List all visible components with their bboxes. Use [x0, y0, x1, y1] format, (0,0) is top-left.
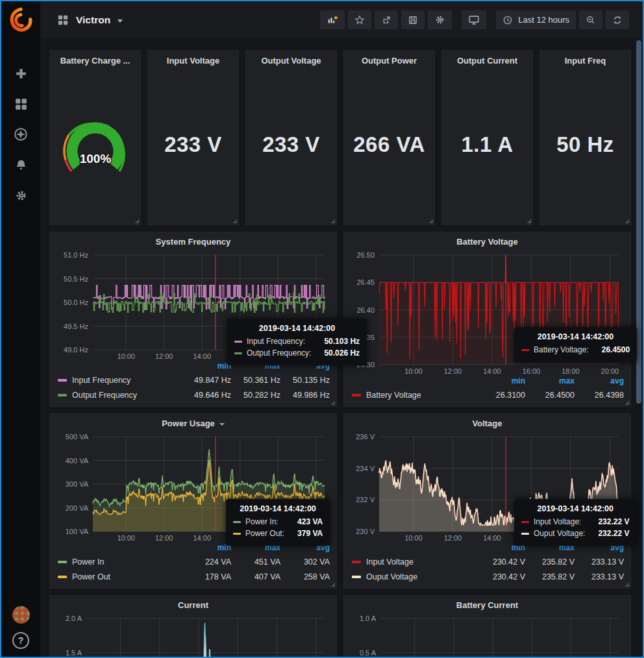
series-name[interactable]: Output Frequency	[72, 391, 182, 400]
battery-current-chart[interactable]: 10:0012:0014:0016:0018:0020:001.0 A0.5 A	[351, 615, 624, 658]
series-swatch[interactable]	[58, 576, 67, 578]
series-name[interactable]: Battery Voltage	[366, 391, 476, 400]
panel-title[interactable]: Output Voltage	[250, 56, 332, 70]
legend-sort-min[interactable]: min	[182, 361, 231, 372]
tooltip-label: Battery Voltage:	[534, 345, 589, 354]
user-avatar[interactable]	[12, 606, 30, 624]
panel-title[interactable]: Output Current	[446, 56, 528, 70]
help-icon[interactable]: ?	[12, 632, 29, 649]
series-name[interactable]: Input Voltage	[366, 557, 476, 567]
add-panel-button[interactable]	[319, 10, 345, 30]
resize-handle[interactable]	[330, 582, 335, 587]
sidebar-menu	[14, 66, 28, 202]
chevron-down-icon	[219, 423, 225, 426]
panel-input-freq: Input Freq 50 Hz	[539, 50, 631, 225]
time-range-label: Last 12 hours	[518, 15, 569, 25]
series-swatch[interactable]	[352, 394, 361, 396]
panel-title[interactable]: Battery Voltage	[351, 237, 624, 251]
svg-text:230 V: 230 V	[356, 528, 375, 535]
resize-handle[interactable]	[428, 219, 433, 223]
tooltip-label: Power Out:	[245, 529, 284, 538]
zoom-out-button[interactable]	[578, 10, 603, 30]
resize-handle[interactable]	[134, 219, 139, 223]
add-icon[interactable]	[14, 66, 28, 80]
tooltip-time: 2019-03-14 14:42:00	[233, 504, 323, 513]
panel-input-voltage: Input Voltage 233 V	[147, 50, 239, 225]
resize-handle[interactable]	[625, 582, 629, 587]
resize-handle[interactable]	[330, 219, 335, 223]
vertical-scrollbar[interactable]	[636, 40, 641, 404]
series-max: 50.361 Hz	[231, 376, 280, 385]
series-min: 224 VA	[182, 557, 231, 567]
add-panel-icon	[327, 14, 338, 26]
resize-handle[interactable]	[330, 400, 335, 405]
series-swatch[interactable]	[58, 561, 67, 563]
tooltip-row: Ouput Voltage: 232.22 V	[521, 529, 629, 538]
legend-row: Power In 224 VA 451 VA 302 VA	[58, 554, 330, 569]
resize-handle[interactable]	[625, 219, 629, 223]
panel-title[interactable]: Input Freq	[544, 56, 626, 70]
svg-text:26.45: 26.45	[356, 278, 375, 286]
tooltip-row: Input Voltage: 232.22 V	[521, 517, 629, 526]
tooltip-label: Ouput Voltage:	[534, 529, 585, 538]
series-swatch	[233, 521, 241, 523]
svg-text:10:00: 10:00	[117, 352, 135, 360]
legend-sort-min[interactable]: min	[182, 543, 231, 554]
tooltip-label: Input Voltage:	[534, 517, 581, 526]
explore-icon[interactable]	[14, 127, 28, 141]
current-chart[interactable]: 10:0012:0014:0016:0018:0020:002.0 A1.5 A…	[56, 615, 330, 658]
panel-title[interactable]: Voltage	[351, 419, 624, 433]
svg-text:1.0 A: 1.0 A	[360, 615, 377, 622]
tooltip-row: Input Frequency: 50.103 Hz	[234, 337, 360, 346]
series-name[interactable]: Power Out	[72, 572, 182, 581]
svg-text:14:00: 14:00	[193, 352, 211, 360]
series-swatch[interactable]	[352, 576, 361, 578]
star-dashboard-button[interactable]	[347, 10, 372, 30]
series-swatch[interactable]	[58, 394, 67, 396]
legend-sort-avg[interactable]: avg	[575, 376, 624, 387]
svg-text:26.40: 26.40	[356, 306, 375, 314]
resize-handle[interactable]	[232, 219, 237, 223]
refresh-icon	[612, 15, 623, 25]
grafana-logo-icon[interactable]	[7, 6, 34, 34]
panel-output-voltage: Output Voltage 233 V	[245, 50, 337, 225]
series-min: 26.3100	[476, 391, 525, 400]
legend-row: Battery Voltage 26.3100 26.4500 26.4398	[352, 387, 624, 402]
resize-handle[interactable]	[526, 219, 531, 223]
refresh-button[interactable]	[605, 10, 630, 30]
panel-title[interactable]: Output Power	[348, 56, 430, 70]
series-max: 50.282 Hz	[231, 391, 280, 400]
svg-text:236 V: 236 V	[356, 433, 375, 441]
save-dashboard-button[interactable]	[401, 10, 425, 30]
dashboards-icon[interactable]	[14, 97, 28, 111]
panel-output-current: Output Current 1.1 A	[441, 50, 533, 225]
svg-text:14:00: 14:00	[483, 534, 501, 542]
panel-title[interactable]: Input Voltage	[152, 56, 234, 70]
panel-title[interactable]: Battery Charge ...	[54, 56, 136, 70]
series-name[interactable]: Ouput Voltage	[366, 572, 476, 581]
configuration-gear-icon[interactable]	[14, 188, 28, 202]
navbar-actions: Last 12 hours	[319, 10, 630, 30]
dashboard-settings-button[interactable]	[427, 10, 452, 30]
panel-title[interactable]: Battery Current	[351, 600, 624, 615]
time-range-button[interactable]: Last 12 hours	[495, 10, 576, 30]
tooltip-value: 50.103 Hz	[311, 337, 360, 346]
sidebar-bottom: ?	[12, 606, 30, 649]
chart-tooltip-system-frequency: 2019-03-14 14:42:00 Input Frequency: 50.…	[227, 319, 367, 365]
alerting-bell-icon[interactable]	[14, 158, 28, 172]
series-swatch[interactable]	[58, 379, 67, 382]
resize-handle[interactable]	[625, 400, 629, 405]
dashboard-picker[interactable]: Victron	[57, 14, 123, 26]
grafana-window: ? Victron	[0, 0, 644, 658]
share-dashboard-button[interactable]	[374, 10, 399, 30]
series-swatch[interactable]	[352, 561, 361, 563]
series-name[interactable]: Input Frequency	[72, 376, 182, 385]
cycle-view-button[interactable]	[461, 10, 487, 30]
panel-title[interactable]: Current	[56, 600, 330, 615]
legend-sort-max[interactable]: max	[525, 376, 575, 387]
panel-title[interactable]: System Frequency	[56, 237, 330, 251]
legend-sort-min[interactable]: min	[476, 376, 525, 387]
panel-title[interactable]: Power Usage	[56, 419, 330, 433]
series-avg: 26.4398	[575, 391, 624, 400]
series-name[interactable]: Power In	[72, 557, 182, 567]
